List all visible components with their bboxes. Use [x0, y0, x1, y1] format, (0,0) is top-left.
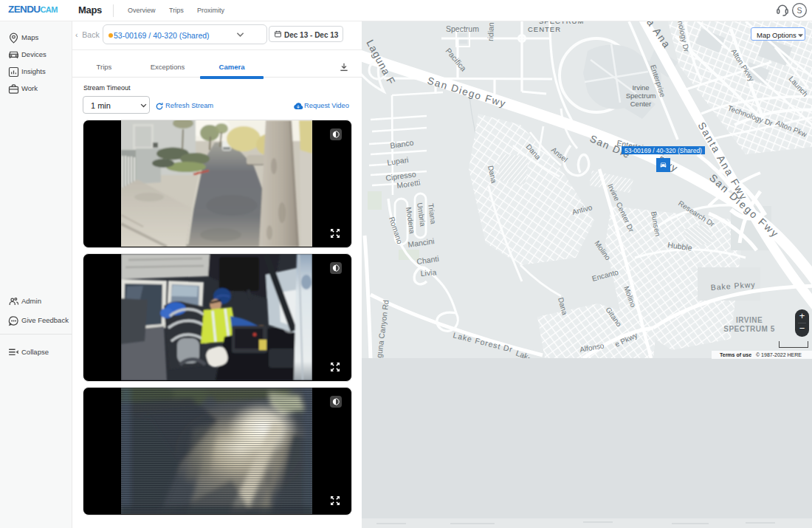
svg-text:Spectrum: Spectrum	[446, 24, 479, 33]
svg-text:Center: Center	[630, 100, 652, 108]
svg-text:ridian: ridian	[486, 22, 495, 41]
svg-text:CENTER: CENTER	[528, 25, 561, 33]
svg-text:Spectrum: Spectrum	[626, 92, 656, 100]
svg-text:S: S	[796, 6, 802, 15]
svg-text:Livia: Livia	[420, 267, 437, 278]
svg-text:Irvine: Irvine	[632, 83, 649, 92]
svg-text:IRVINE: IRVINE	[736, 316, 763, 324]
svg-text:SPECTRUM 5: SPECTRUM 5	[723, 325, 774, 333]
